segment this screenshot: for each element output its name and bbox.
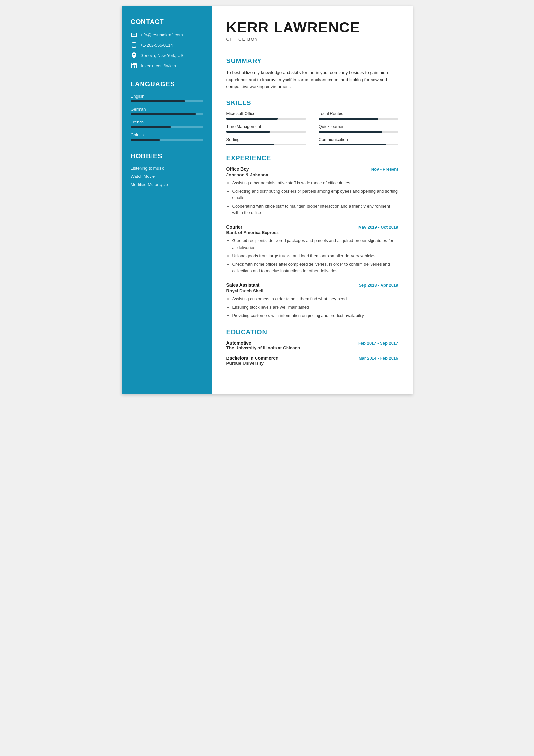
exp-office-boy-bullet-3: Cooperating with office staff to maintai…: [232, 203, 398, 216]
edu-automotive-date: Feb 2017 - Sep 2017: [358, 341, 398, 345]
exp-courier-header: Courier May 2019 - Oct 2019: [226, 224, 398, 230]
skill-local-routes-name: Local Routes: [319, 111, 398, 116]
exp-office-boy-header: Office Boy Nov - Present: [226, 167, 398, 172]
lang-english: English: [131, 94, 203, 102]
lang-english-bar-fill: [131, 100, 185, 102]
exp-office-boy-role: Office Boy: [226, 167, 249, 172]
phone-icon: [131, 42, 137, 48]
hobby-3: Modified Motorcycle: [131, 182, 203, 187]
exp-sales-assistant-bullets: Assisting customers in order to help the…: [226, 296, 398, 319]
edu-bachelors-date: Mar 2014 - Feb 2016: [359, 356, 398, 361]
edu-bachelors: Bachelors in Commerce Mar 2014 - Feb 201…: [226, 356, 398, 365]
exp-sales-assistant-bullet-3: Providing customers with information on …: [232, 312, 398, 319]
lang-german-bar-bg: [131, 113, 203, 115]
exp-office-boy-company: Johnson & Johnson: [226, 172, 398, 177]
exp-office-boy-bullet-2: Collecting and distributing couriers or …: [232, 188, 398, 201]
exp-courier-bullet-2: Unload goods from large trucks, and load…: [232, 253, 398, 259]
contact-location: Geneva, New York, US: [131, 52, 203, 59]
applicant-name: KERR LAWRENCE: [226, 19, 398, 36]
skills-grid: Microsoft Office Local Routes Time Manag…: [226, 111, 398, 146]
exp-sales-assistant-company: Royal Dutch Shell: [226, 288, 398, 293]
exp-courier-role: Courier: [226, 224, 242, 230]
header-divider: [226, 47, 398, 48]
edu-bachelors-school: Purdue University: [226, 361, 398, 365]
contact-title: CONTACT: [131, 18, 203, 26]
hobby-2: Watch Movie: [131, 174, 203, 179]
hobbies-section: HOBBIES Listening to music Watch Movie M…: [131, 152, 203, 187]
lang-french-bar-fill: [131, 126, 170, 128]
lang-german-bar-fill: [131, 113, 196, 115]
exp-office-boy-bullets: Assisting other administrative staff in …: [226, 180, 398, 216]
job-title: OFFICE BOY: [226, 37, 398, 42]
exp-sales-assistant-header: Sales Assistant Sep 2018 - Apr 2019: [226, 283, 398, 288]
lang-french-bar-bg: [131, 126, 203, 128]
exp-sales-assistant-role: Sales Assistant: [226, 283, 260, 288]
contact-section: CONTACT info@resumekraft.com: [131, 18, 203, 69]
lang-english-name: English: [131, 94, 203, 98]
lang-chines: Chines: [131, 132, 203, 141]
exp-office-boy-bullet-1: Assisting other administrative staff in …: [232, 180, 398, 186]
exp-courier-bullets: Greeted recipients, delivered packages a…: [226, 237, 398, 274]
skill-microsoft-office-name: Microsoft Office: [226, 111, 306, 116]
exp-sales-assistant-bullet-2: Ensuring stock levels are well maintaine…: [232, 304, 398, 310]
contact-phone-text: +1-202-555-0114: [140, 43, 173, 47]
lang-english-bar-bg: [131, 100, 203, 102]
contact-phone: +1-202-555-0114: [131, 42, 203, 48]
skill-communication: Communication: [319, 137, 398, 146]
hobbies-title: HOBBIES: [131, 152, 203, 160]
exp-courier-bullet-1: Greeted recipients, delivered packages a…: [232, 237, 398, 251]
exp-courier: Courier May 2019 - Oct 2019 Bank of Amer…: [226, 224, 398, 274]
linkedin-icon: [131, 62, 137, 69]
skills-title: SKILLS: [226, 99, 398, 107]
contact-linkedin-text: linkedin.com/in/kerr: [140, 63, 177, 68]
edu-automotive: Automotive Feb 2017 - Sep 2017 The Unive…: [226, 340, 398, 350]
exp-sales-assistant-bullet-1: Assisting customers in order to help the…: [232, 296, 398, 302]
contact-linkedin: linkedin.com/in/kerr: [131, 62, 203, 69]
exp-courier-bullet-3: Check with home offices after completed …: [232, 261, 398, 274]
edu-automotive-school: The University of Illinois at Chicago: [226, 345, 398, 350]
hobby-1: Listening to music: [131, 166, 203, 171]
skill-time-management: Time Management: [226, 124, 306, 132]
lang-french-name: French: [131, 120, 203, 124]
skill-communication-name: Communication: [319, 137, 398, 142]
skill-sorting-name: Sorting: [226, 137, 306, 142]
skill-quick-learner: Quick learner: [319, 124, 398, 132]
skill-local-routes: Local Routes: [319, 111, 398, 120]
lang-chines-bar-fill: [131, 139, 160, 141]
main-content: KERR LAWRENCE OFFICE BOY SUMMARY To best…: [212, 7, 413, 394]
resume-container: CONTACT info@resumekraft.com: [122, 7, 413, 394]
sidebar: CONTACT info@resumekraft.com: [122, 7, 212, 394]
edu-bachelors-header: Bachelors in Commerce Mar 2014 - Feb 201…: [226, 356, 398, 361]
edu-automotive-header: Automotive Feb 2017 - Sep 2017: [226, 340, 398, 345]
lang-german-name: German: [131, 107, 203, 112]
edu-bachelors-degree: Bachelors in Commerce: [226, 356, 278, 361]
summary-text: To best utilize my knowledge and skills …: [226, 69, 398, 90]
education-title: EDUCATION: [226, 328, 398, 336]
exp-office-boy: Office Boy Nov - Present Johnson & Johns…: [226, 167, 398, 216]
skill-quick-learner-name: Quick learner: [319, 124, 398, 129]
contact-email: info@resumekraft.com: [131, 31, 203, 38]
exp-office-boy-date: Nov - Present: [371, 167, 398, 172]
skill-microsoft-office: Microsoft Office: [226, 111, 306, 120]
contact-email-text: info@resumekraft.com: [140, 32, 183, 37]
languages-section: LANGUAGES English German French: [131, 80, 203, 141]
languages-title: LANGUAGES: [131, 80, 203, 88]
svg-point-2: [134, 47, 134, 47]
skill-time-management-name: Time Management: [226, 124, 306, 129]
lang-french: French: [131, 120, 203, 128]
lang-german: German: [131, 107, 203, 115]
lang-chines-name: Chines: [131, 132, 203, 137]
summary-title: SUMMARY: [226, 57, 398, 65]
contact-location-text: Geneva, New York, US: [140, 53, 184, 58]
edu-automotive-degree: Automotive: [226, 340, 251, 345]
skill-sorting: Sorting: [226, 137, 306, 146]
experience-title: EXPERIENCE: [226, 154, 398, 162]
location-icon: [131, 52, 137, 59]
exp-courier-date: May 2019 - Oct 2019: [358, 225, 398, 230]
exp-sales-assistant-date: Sep 2018 - Apr 2019: [359, 283, 398, 288]
svg-rect-1: [133, 43, 136, 46]
exp-sales-assistant: Sales Assistant Sep 2018 - Apr 2019 Roya…: [226, 283, 398, 319]
email-icon: [131, 31, 137, 38]
exp-courier-company: Bank of America Express: [226, 230, 398, 235]
lang-chines-bar-bg: [131, 139, 203, 141]
